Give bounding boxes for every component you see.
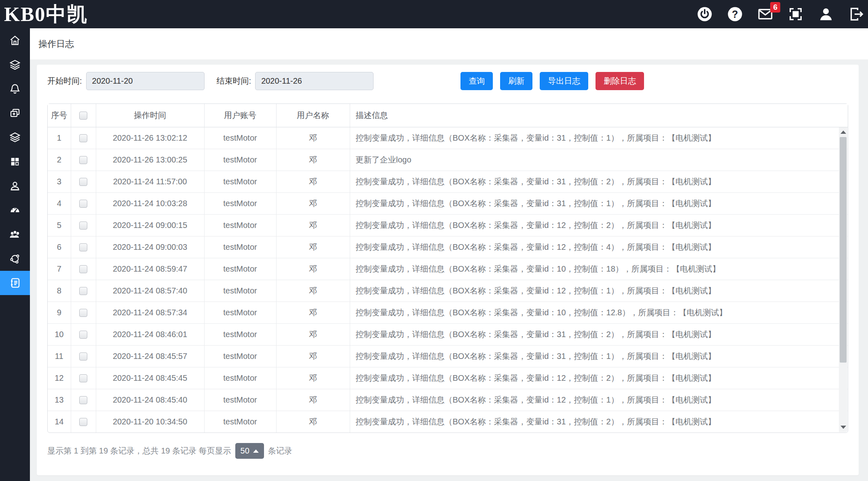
- row-username: 邓: [276, 236, 350, 258]
- row-number: 5: [48, 214, 71, 236]
- gauge-icon: [9, 204, 21, 216]
- sidebar-item-add-project[interactable]: [0, 101, 30, 125]
- messages-button[interactable]: 6: [757, 6, 774, 23]
- row-description: 更新了企业logo: [350, 149, 848, 171]
- row-time: 2020-11-24 08:45:45: [96, 367, 204, 389]
- sidebar-item-monitor[interactable]: [0, 198, 30, 222]
- row-checkbox[interactable]: [79, 200, 87, 208]
- page-size-value: 50: [241, 446, 249, 456]
- row-number: 7: [48, 258, 71, 280]
- row-account: testMotor: [204, 280, 276, 302]
- row-description: 控制变量成功，详细信息（BOX名称：采集器，变量id：31，控制值：2），所属项…: [350, 411, 848, 432]
- row-username: 邓: [276, 411, 350, 432]
- end-time-input[interactable]: [255, 72, 374, 90]
- row-time: 2020-11-24 08:59:47: [96, 258, 204, 280]
- row-checkbox[interactable]: [79, 178, 87, 186]
- logout-button[interactable]: [848, 6, 865, 23]
- table-row: 4 2020-11-24 10:03:28 testMotor 邓 控制变量成功…: [48, 192, 848, 214]
- row-description: 控制变量成功，详细信息（BOX名称：采集器，变量id：10，控制值：18），所属…: [350, 258, 848, 280]
- query-button[interactable]: 查询: [460, 72, 493, 90]
- fullscreen-icon: [788, 6, 804, 22]
- row-select-cell: [71, 214, 96, 236]
- table-row: 14 2020-11-20 10:34:50 testMotor 邓 控制变量成…: [48, 411, 848, 432]
- help-button[interactable]: ?: [727, 6, 743, 23]
- user-button[interactable]: [817, 6, 834, 23]
- row-time: 2020-11-24 10:03:28: [96, 192, 204, 214]
- row-username: 邓: [276, 127, 350, 149]
- col-header-time: 操作时间: [96, 104, 204, 127]
- row-select-cell: [71, 149, 96, 171]
- export-logs-button[interactable]: 导出日志: [540, 72, 588, 90]
- home-icon: [9, 34, 21, 46]
- row-description: 控制变量成功，详细信息（BOX名称：采集器，变量id：31，控制值：1），所属项…: [350, 192, 848, 214]
- sidebar-item-network[interactable]: [0, 247, 30, 271]
- sidebar-item-home[interactable]: [0, 28, 30, 53]
- row-checkbox[interactable]: [79, 309, 87, 317]
- sidebar-item-alarms[interactable]: [0, 77, 30, 101]
- scrollbar-thumb[interactable]: [840, 137, 847, 363]
- row-number: 13: [48, 389, 71, 411]
- row-checkbox[interactable]: [79, 374, 87, 382]
- select-all-checkbox[interactable]: [79, 112, 87, 120]
- network-icon: [9, 253, 21, 265]
- row-time: 2020-11-24 11:57:00: [96, 171, 204, 192]
- row-checkbox[interactable]: [79, 352, 87, 361]
- row-checkbox[interactable]: [79, 396, 87, 404]
- row-checkbox[interactable]: [79, 222, 87, 230]
- sidebar-item-members[interactable]: [0, 222, 30, 247]
- row-number: 12: [48, 367, 71, 389]
- scroll-up-arrow[interactable]: [841, 131, 846, 134]
- table-scrollbar[interactable]: [839, 127, 847, 432]
- row-description: 控制变量成功，详细信息（BOX名称：采集器，变量id：31，控制值：2），所属项…: [350, 323, 848, 345]
- table-row: 6 2020-11-24 09:00:03 testMotor 邓 控制变量成功…: [48, 236, 848, 258]
- row-select-cell: [71, 323, 96, 345]
- row-checkbox[interactable]: [79, 156, 87, 164]
- filter-buttons: 查询 刷新 导出日志: [460, 72, 588, 90]
- row-select-cell: [71, 171, 96, 192]
- sidebar-item-user-manage[interactable]: [0, 174, 30, 198]
- sidebar-item-layers[interactable]: [0, 53, 30, 77]
- start-time-input[interactable]: [86, 72, 205, 90]
- row-username: 邓: [276, 280, 350, 302]
- row-number: 11: [48, 345, 71, 367]
- row-checkbox[interactable]: [79, 265, 87, 273]
- row-checkbox[interactable]: [79, 418, 87, 426]
- scroll-down-arrow[interactable]: [841, 426, 846, 429]
- sidebar-item-devices[interactable]: [0, 125, 30, 150]
- row-username: 邓: [276, 192, 350, 214]
- row-username: 邓: [276, 258, 350, 280]
- row-number: 10: [48, 323, 71, 345]
- content-area: 开始时间: 结束时间: 查询 刷新 导出日志 删除日志 序号: [30, 59, 868, 481]
- row-select-cell: [71, 389, 96, 411]
- row-select-cell: [71, 411, 96, 432]
- row-account: testMotor: [204, 171, 276, 192]
- table-row: 13 2020-11-24 08:45:40 testMotor 邓 控制变量成…: [48, 389, 848, 411]
- pagination-summary: 显示第 1 到第 19 条记录，总共 19 条记录 每页显示: [47, 445, 231, 456]
- row-description: 控制变量成功，详细信息（BOX名称：采集器，变量id：31，控制值：1），所属项…: [350, 345, 848, 367]
- row-checkbox[interactable]: [79, 287, 87, 295]
- page-size-select[interactable]: 50: [235, 443, 264, 459]
- table-header-row: 序号 操作时间 用户账号 用户名称 描述信息: [48, 104, 848, 127]
- sidebar-item-operation-logs[interactable]: [0, 271, 30, 295]
- start-time-label: 开始时间:: [47, 76, 82, 86]
- power-button[interactable]: [696, 6, 713, 23]
- row-number: 8: [48, 280, 71, 302]
- sidebar-item-apps[interactable]: [0, 150, 30, 174]
- row-checkbox[interactable]: [79, 243, 87, 251]
- row-number: 2: [48, 149, 71, 171]
- refresh-button[interactable]: 刷新: [500, 72, 532, 90]
- row-description: 控制变量成功，详细信息（BOX名称：采集器，变量id：31，控制值：1），所属项…: [350, 127, 848, 149]
- row-account: testMotor: [204, 236, 276, 258]
- row-time: 2020-11-26 13:00:25: [96, 149, 204, 171]
- row-username: 邓: [276, 389, 350, 411]
- row-select-cell: [71, 302, 96, 323]
- row-time: 2020-11-24 09:00:15: [96, 214, 204, 236]
- row-account: testMotor: [204, 149, 276, 171]
- row-select-cell: [71, 367, 96, 389]
- row-number: 3: [48, 171, 71, 192]
- delete-logs-button[interactable]: 删除日志: [596, 72, 644, 90]
- row-checkbox[interactable]: [79, 331, 87, 339]
- row-checkbox[interactable]: [79, 134, 87, 142]
- table-row: 5 2020-11-24 09:00:15 testMotor 邓 控制变量成功…: [48, 214, 848, 236]
- fullscreen-button[interactable]: [787, 6, 804, 23]
